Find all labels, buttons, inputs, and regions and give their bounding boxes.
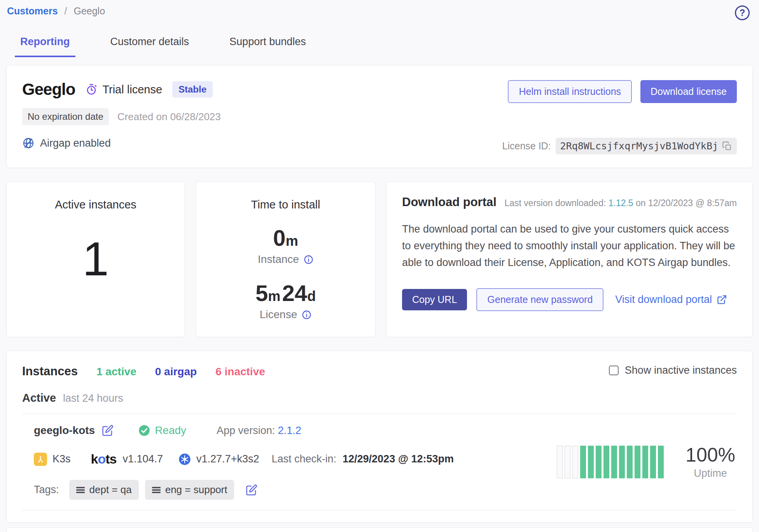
instances-title: Instances [22,364,78,378]
active-section-title: Active [22,392,56,404]
download-license-button[interactable]: Download license [640,80,737,103]
visit-download-portal-link[interactable]: Visit download portal [615,294,727,306]
airgap-label: Airgap enabled [40,137,111,149]
kubernetes-icon [178,453,191,466]
kubernetes-chip: v1.27.7+k3s2 [178,453,259,466]
tab-reporting[interactable]: Reporting [15,36,75,57]
instance-row: geeglo-kots [22,414,737,510]
kubernetes-version: v1.27.7+k3s2 [196,453,259,465]
active-instances-value: 1 [7,235,185,283]
uptime-section: 100% Uptime [557,444,737,480]
last-checkin-label: Last check-in: [271,453,336,465]
count-inactive[interactable]: 6 inactive [215,366,265,378]
license-install-unit2: d [307,288,316,304]
license-summary-left: Geeglo Trial license Stable [22,80,221,154]
app-version-label: App version: [217,425,275,436]
license-install-label: License [260,308,297,321]
show-inactive-checkbox[interactable] [609,366,619,375]
edit-instance-name-icon[interactable] [102,425,114,436]
instance-info-icon[interactable] [304,255,313,264]
helm-install-instructions-button[interactable]: Helm install instructions [508,80,632,103]
app-version: App version: 2.1.2 [217,425,301,437]
tag-pill-eng: eng = support [145,480,234,500]
instance-install-num: 0 [273,225,285,250]
uptime-percent: 100% [686,444,735,466]
count-airgap[interactable]: 0 airgap [155,366,197,378]
breadcrumb-current: Geeglo [73,5,105,16]
next-card-partial [6,527,753,532]
uptime-label: Uptime [686,467,735,480]
active-instances-card: Active instances 1 [6,182,185,337]
airgap-globe-icon [22,137,35,149]
breadcrumb-customers-link[interactable]: Customers [7,5,58,16]
active-instances-title: Active instances [7,198,185,211]
kots-logo-k: k [91,452,98,466]
last-version-link[interactable]: 1.12.5 [609,198,633,208]
tab-customer-details[interactable]: Customer details [105,36,195,57]
tag-value: dept = qa [89,484,132,496]
license-summary-card: Geeglo Trial license Stable [6,65,753,168]
instance-install-label: Instance [258,253,299,266]
divider [22,510,737,510]
copy-url-button[interactable]: Copy URL [402,289,467,310]
license-install-num1: 5 [255,280,268,306]
license-type-label: Trial license [102,83,162,96]
customer-reporting-page: Customers / Geeglo ? Reporting Customer … [0,0,759,532]
tag-bars-icon [152,486,161,494]
edit-tags-icon[interactable] [246,484,257,496]
generate-new-password-button[interactable]: Generate new password [476,288,603,311]
instance-status: Ready [138,424,186,437]
channel-badge: Stable [172,81,213,98]
tag-pill-dept: dept = qa [69,480,139,500]
distribution-label: K3s [52,453,71,465]
last-version-prefix: Last version downloaded: [504,198,608,208]
download-portal-description: The download portal can be used to give … [402,221,737,271]
last-checkin-value: 12/29/2023 @ 12:53pm [343,453,454,465]
app-version-link[interactable]: 2.1.2 [278,425,301,436]
tab-support-bundles[interactable]: Support bundles [224,36,311,57]
copy-icon[interactable] [722,141,732,151]
kots-logo: kots [91,452,117,467]
instance-name: geeglo-kots [34,424,95,437]
download-portal-title: Download portal [402,195,497,209]
license-info-icon[interactable] [302,310,311,320]
breadcrumb: Customers / Geeglo [7,5,105,17]
kots-logo-o: o [98,452,105,466]
tags-label: Tags: [34,484,59,496]
ready-check-icon [138,425,150,436]
license-id-text: 2Rq8WLcsjfxqrMysjvB1WodYkBj [560,140,718,152]
time-to-install-title: Time to install [196,198,375,211]
license-id-label: License ID: [502,140,551,152]
show-inactive-label: Show inactive instances [625,364,737,376]
customer-name: Geeglo [22,80,75,99]
tab-bar: Reporting Customer details Support bundl… [6,36,753,57]
license-summary-right: Helm install instructions Download licen… [502,80,737,154]
license-install-unit1: m [268,288,280,304]
last-version-downloaded: Last version downloaded: 1.12.5 on 12/20… [504,198,737,208]
breadcrumb-separator: / [65,5,67,16]
last-version-suffix: on 12/20/2023 @ 8:57am [633,198,737,208]
distribution-chip: K3s [34,453,71,466]
license-install-time: 5m 24d [196,282,375,304]
tag-value: eng = support [165,484,227,496]
count-active[interactable]: 1 active [96,366,136,378]
stats-row: Active instances 1 Time to install 0m In… [6,182,753,337]
instances-card: Instances 1 active 0 airgap 6 inactive S… [6,351,753,523]
license-type: Trial license [85,83,162,96]
created-date: Created on 06/28/2023 [117,111,221,123]
visit-download-portal-label: Visit download portal [615,294,712,306]
kots-logo-ts: ts [105,452,116,466]
topbar: Customers / Geeglo ? [6,5,753,20]
trial-timer-icon [85,83,98,96]
instance-install-label-row: Instance [196,253,375,266]
license-install-label-row: License [196,308,375,321]
time-to-install-card: Time to install 0m Instance 5m 24d Licen… [196,182,376,337]
license-id-value: 2Rq8WLcsjfxqrMysjvB1WodYkBj [556,138,737,154]
download-portal-card: Download portal Last version downloaded:… [386,182,753,337]
expiration-badge: No expiration date [22,108,109,125]
tag-bars-icon [76,486,85,494]
license-install-num2: 24 [282,280,308,306]
external-link-icon [717,294,727,305]
help-icon[interactable]: ? [735,5,750,20]
active-section-subtitle: last 24 hours [63,392,123,404]
